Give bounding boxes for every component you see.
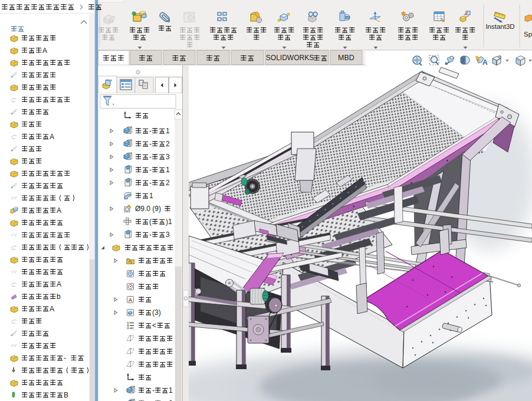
svg-text:A: A [57, 280, 61, 288]
svg-text:-: - [64, 354, 66, 362]
svg-text:)1: )1 [166, 218, 172, 226]
svg-text:1: 1 [166, 166, 170, 174]
svg-text:1: 1 [166, 127, 170, 135]
svg-text:A: A [50, 305, 54, 313]
svg-text:Ø9.0 (9): Ø9.0 (9) [135, 205, 161, 213]
svg-text:-: - [149, 153, 152, 161]
svg-text:(3): (3) [152, 308, 161, 317]
svg-text:SOLIDWORKS: SOLIDWORKS [266, 54, 314, 62]
svg-text:B: B [64, 391, 68, 399]
svg-text:1: 1 [169, 386, 173, 395]
svg-text:(: ( [149, 218, 152, 226]
svg-text:3: 3 [166, 153, 170, 161]
svg-text:A: A [42, 47, 47, 55]
svg-text:-: - [149, 231, 152, 239]
svg-text:A: A [129, 297, 133, 303]
svg-text:2: 2 [166, 179, 170, 187]
svg-text:Instant3D: Instant3D [485, 23, 514, 30]
svg-text:b: b [57, 292, 61, 301]
svg-text:MBD: MBD [338, 54, 354, 62]
svg-text:-: - [152, 386, 155, 395]
svg-text:Sp: Sp [524, 31, 532, 38]
svg-text:A: A [50, 133, 54, 141]
svg-text:-: - [149, 140, 152, 148]
svg-text:-: - [149, 127, 152, 135]
svg-text:3: 3 [166, 231, 170, 239]
svg-text:A: A [57, 206, 61, 215]
svg-text:-: - [149, 179, 152, 187]
svg-text:<: < [152, 321, 156, 330]
svg-text:1: 1 [149, 192, 153, 200]
svg-text:-: - [149, 166, 152, 174]
svg-text:A: A [482, 58, 488, 67]
svg-text:2: 2 [166, 140, 170, 148]
